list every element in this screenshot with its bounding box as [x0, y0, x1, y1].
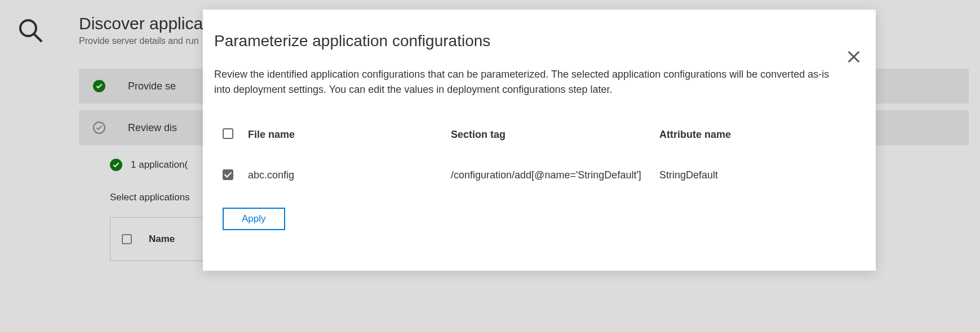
- close-button[interactable]: [846, 49, 862, 65]
- column-section: Section tag: [451, 129, 659, 141]
- svg-point-0: [20, 20, 36, 36]
- checkmark-icon: [93, 80, 105, 92]
- select-all-checkbox[interactable]: [122, 234, 132, 244]
- substep-label: 1 application(: [131, 159, 188, 171]
- parameterize-dialog: Parameterize application configurations …: [203, 10, 876, 271]
- column-attribute: Attribute name: [659, 129, 845, 141]
- dialog-title: Parameterize application configurations: [214, 32, 845, 50]
- row-checkbox[interactable]: [223, 169, 233, 180]
- select-all-checkbox[interactable]: [223, 128, 233, 139]
- table-row: abc.config /configuration/add[@name='Str…: [214, 155, 845, 196]
- step-label: Review dis: [128, 122, 177, 134]
- cell-attribute: StringDefault: [659, 169, 845, 181]
- cell-filename: abc.config: [248, 169, 451, 181]
- step-label: Provide se: [128, 80, 176, 92]
- column-filename: File name: [248, 129, 451, 141]
- pending-icon: [93, 122, 105, 134]
- search-icon: [17, 17, 44, 44]
- configurations-table: File name Section tag Attribute name abc…: [214, 128, 845, 196]
- dialog-description: Review the identified application config…: [214, 67, 845, 97]
- apply-button[interactable]: Apply: [223, 208, 285, 230]
- checkmark-icon: [110, 159, 122, 171]
- svg-line-1: [34, 34, 42, 42]
- table-header: File name Section tag Attribute name: [214, 128, 845, 155]
- cell-section: /configuration/add[@name='StringDefault'…: [451, 169, 659, 181]
